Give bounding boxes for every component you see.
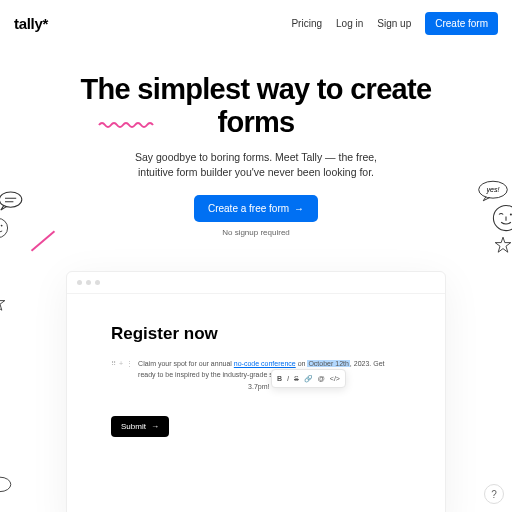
code-button[interactable]: </> [330, 373, 340, 384]
submit-label: Submit [121, 422, 146, 431]
window-dot-icon [95, 280, 100, 285]
face-doodle-icon [0, 217, 9, 239]
cta-button[interactable]: Create a free form → [194, 195, 318, 222]
svg-point-8 [493, 205, 512, 230]
drag-handle-icon[interactable]: ⠿ [111, 358, 116, 369]
create-form-button[interactable]: Create form [425, 12, 498, 35]
nav-login[interactable]: Log in [336, 18, 363, 29]
form-body-text[interactable]: ⠿ + ⋮ Claim your spot for our annual no-… [111, 358, 401, 392]
bold-button[interactable]: B [277, 373, 282, 384]
nav-signup[interactable]: Sign up [377, 18, 411, 29]
window-dot-icon [86, 280, 91, 285]
inline-link[interactable]: no-code conference [234, 360, 296, 367]
svg-point-0 [0, 192, 22, 207]
bubble-doodle-icon [0, 476, 12, 494]
wink-face-doodle-icon [492, 204, 512, 232]
add-block-icon[interactable]: + [119, 358, 123, 369]
window-controls [67, 272, 445, 294]
speech-bubble-doodle-icon [0, 191, 26, 212]
yes-bubble-doodle-icon: yes! [477, 180, 510, 202]
hero: The simplest way to create forms Say goo… [0, 47, 512, 251]
strike-button[interactable]: S [294, 373, 299, 384]
mention-button[interactable]: @ [318, 373, 325, 384]
italic-button[interactable]: I [287, 373, 289, 384]
arrow-right-icon: → [294, 203, 304, 214]
squiggle-underline-icon [98, 120, 158, 130]
block-menu-icon[interactable]: ⋮ [126, 358, 133, 369]
top-nav: Pricing Log in Sign up Create form [291, 12, 498, 35]
brand-logo[interactable]: tally* [14, 15, 48, 32]
cta-label: Create a free form [208, 203, 289, 214]
form-preview-window: Register now ⠿ + ⋮ Claim your spot for o… [66, 271, 446, 512]
arrow-right-icon: → [151, 422, 159, 431]
no-signup-note: No signup required [60, 228, 452, 237]
submit-button[interactable]: Submit → [111, 416, 169, 437]
link-button[interactable]: 🔗 [304, 373, 313, 384]
highlighted-text[interactable]: October 12th [307, 360, 349, 367]
window-dot-icon [77, 280, 82, 285]
star-doodle-icon [494, 236, 512, 254]
star-doodle-icon [0, 294, 6, 312]
help-button[interactable]: ? [484, 484, 504, 504]
form-title[interactable]: Register now [111, 324, 401, 344]
svg-point-5 [1, 225, 3, 227]
nav-pricing[interactable]: Pricing [291, 18, 322, 29]
svg-point-11 [0, 477, 11, 491]
text-format-toolbar: B I S 🔗 @ </> [271, 369, 346, 388]
svg-text:yes!: yes! [485, 186, 499, 194]
hero-subtitle: Say goodbye to boring forms. Meet Tally … [116, 150, 396, 182]
svg-point-3 [0, 218, 8, 237]
